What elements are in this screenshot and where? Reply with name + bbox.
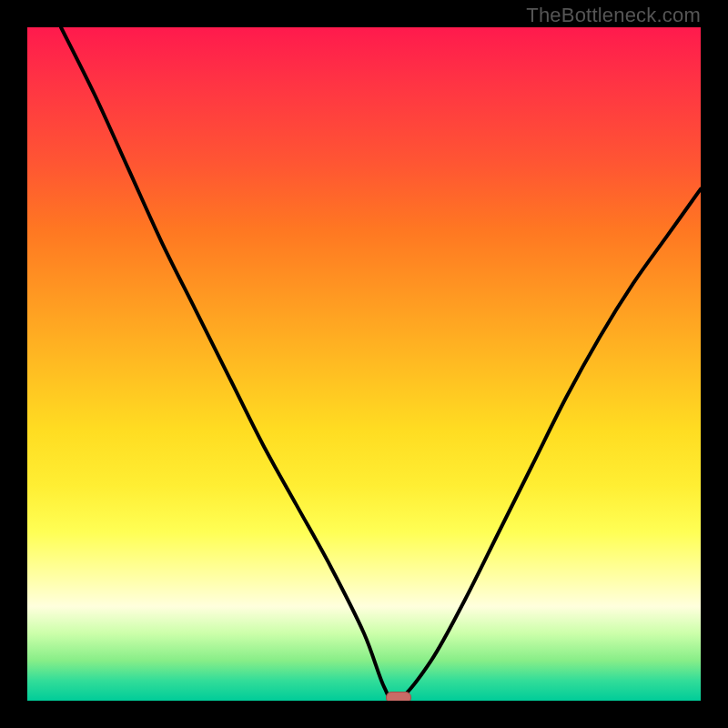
optimum-marker [386, 692, 411, 701]
watermark: TheBottleneck.com [526, 4, 701, 27]
chart-frame: TheBottleneck.com [0, 0, 728, 728]
plot-area [27, 27, 701, 701]
bottleneck-curve [27, 27, 701, 701]
